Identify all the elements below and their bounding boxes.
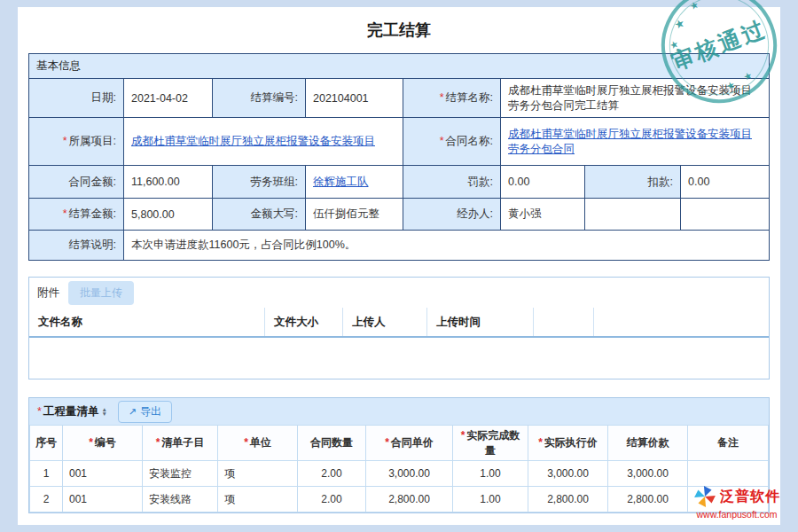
attachments-table-header: 文件名称 文件大小 上传人 上传时间: [29, 308, 769, 338]
labor-team-label: 劳务班组:: [213, 166, 306, 199]
deduction-value: 0.00: [681, 166, 770, 199]
settlement-name-value: 成都杜甫草堂临时展厅独立展柜报警设备安装项目劳务分包合同完工结算: [501, 79, 770, 118]
column-header-code: *编号: [63, 426, 143, 461]
sort-desc-icon: ▼: [101, 411, 106, 417]
column-header-contract-qty: 合同数量: [298, 426, 366, 461]
cell-actual-price: 2,800.00: [528, 487, 608, 512]
cell-seq: 1: [30, 461, 63, 487]
table-row: *结算金额: 5,800.00 金额大写: 伍仟捌佰元整 经办人: 黄小强: [29, 199, 770, 231]
column-header-unit: *单位: [218, 426, 298, 461]
column-header-file-size: 文件大小: [265, 308, 343, 336]
settlement-note-label: 结算说明:: [29, 231, 124, 261]
boq-row: 1 001 安装监控 项 2.00 3,000.00 1.00 3,000.00…: [30, 461, 769, 487]
column-header-contract-price: *合同单价: [366, 426, 453, 461]
required-marker: *: [440, 91, 444, 104]
labor-team-link[interactable]: 徐辉施工队: [313, 176, 369, 188]
required-marker: *: [461, 429, 466, 442]
cell-code: 001: [63, 461, 143, 487]
required-marker: *: [63, 207, 67, 220]
pinwheel-logo-icon: [693, 485, 716, 508]
settlement-amount-value: 5,800.00: [124, 199, 213, 231]
required-marker: *: [37, 405, 42, 418]
export-icon: ↗: [129, 406, 137, 418]
column-header-uploader: 上传人: [343, 308, 427, 336]
table-row: 合同金额: 11,600.00 劳务班组: 徐辉施工队 罚款: 0.00 扣款:…: [29, 166, 770, 199]
column-header-empty: [594, 308, 769, 336]
table-row: 结算说明: 本次申请进度款11600元，占合同比例100%。: [29, 231, 770, 261]
contract-amount-label: 合同金额:: [29, 166, 124, 199]
cell-code: 001: [63, 487, 143, 512]
boq-section: * 工程量清单 ▲ ▼ ↗ 导出 序号 *编号 *清单子目 *单位: [28, 397, 770, 513]
date-value: 2021-04-02: [124, 79, 213, 118]
boq-header-row: 序号 *编号 *清单子目 *单位 合同数量 *合同单价 *实际完成数量 *实际执…: [30, 426, 769, 461]
cell-item: 安装监控: [143, 461, 218, 487]
required-marker: *: [440, 135, 444, 147]
date-label: 日期:: [29, 79, 124, 118]
export-button[interactable]: ↗ 导出: [118, 401, 172, 423]
vendor-name: 泛普软件: [720, 488, 780, 506]
cell-seq: 2: [30, 487, 63, 512]
table-row: 日期: 2021-04-02 结算编号: 202104001 *结算名称: 成都…: [29, 79, 770, 118]
amount-words-label: 金额大写:: [213, 199, 306, 231]
cell-item: 安装线路: [143, 487, 218, 512]
attachments-section: 附件 批量上传 文件名称 文件大小 上传人 上传时间: [28, 277, 770, 379]
column-header-empty: [534, 308, 594, 336]
column-header-remark: 备注: [688, 426, 769, 461]
contract-link[interactable]: 成都杜甫草堂临时展厅独立展柜报警设备安装项目劳务分包合同: [508, 128, 752, 155]
column-header-actual-qty: *实际完成数量: [453, 426, 528, 461]
cell-unit: 项: [218, 487, 298, 512]
settlement-note-value: 本次申请进度款11600元，占合同比例100%。: [124, 231, 770, 261]
amount-words-value: 伍仟捌佰元整: [306, 199, 403, 231]
basic-info-header: 基本信息: [28, 53, 770, 78]
handler-label: 经办人:: [403, 199, 501, 231]
penalty-label: 罚款:: [403, 166, 501, 199]
required-marker: *: [244, 436, 248, 449]
attachments-empty-area: [29, 338, 769, 379]
batch-upload-button[interactable]: 批量上传: [68, 281, 134, 305]
attachments-toolbar: 附件 批量上传: [29, 278, 769, 308]
boq-table: 序号 *编号 *清单子目 *单位 合同数量 *合同单价 *实际完成数量 *实际执…: [29, 425, 769, 512]
boq-title: 工程量清单: [43, 404, 99, 419]
boq-toolbar: * 工程量清单 ▲ ▼ ↗ 导出: [29, 398, 769, 425]
column-header-item: *清单子目: [143, 426, 218, 461]
deduction-label: 扣款:: [585, 166, 681, 199]
contract-name-label: *合同名称:: [403, 118, 501, 166]
cell-actual-qty: 1.00: [453, 487, 528, 512]
settlement-no-value: 202104001: [306, 79, 403, 118]
cell-contract-price: 3,000.00: [366, 461, 453, 487]
cell-contract-price: 2,800.00: [366, 487, 453, 512]
vendor-url: www.fanpusoft.com: [693, 509, 780, 520]
settlement-name-label: *结算名称:: [403, 79, 501, 118]
settlement-amount-label: *结算金额:: [29, 199, 124, 231]
cell-settle-amount: 2,800.00: [608, 487, 688, 512]
handler-value: 黄小强: [501, 199, 585, 231]
cell-contract-qty: 2.00: [298, 461, 366, 487]
column-header-settle-amount: 结算价款: [608, 426, 688, 461]
cell-actual-price: 3,000.00: [528, 461, 608, 487]
empty-cell: [681, 199, 770, 231]
cell-contract-qty: 2.00: [298, 487, 366, 512]
cell-remark: [688, 461, 769, 487]
sort-icon[interactable]: ▲ ▼: [101, 407, 106, 417]
column-header-actual-price: *实际执行价: [528, 426, 608, 461]
project-value: 成都杜甫草堂临时展厅独立展柜报警设备安装项目: [124, 118, 403, 166]
attachments-title: 附件: [37, 286, 59, 301]
column-header-file-name: 文件名称: [29, 308, 265, 336]
column-header-upload-time: 上传时间: [427, 308, 534, 336]
penalty-value: 0.00: [501, 166, 585, 199]
labor-team-value: 徐辉施工队: [306, 166, 403, 199]
empty-cell: [585, 199, 681, 231]
contract-amount-value: 11,600.00: [124, 166, 213, 199]
main-panel: 完工结算 基本信息 日期: 2021-04-02 结算编号: 202104001…: [18, 7, 780, 525]
required-marker: *: [89, 436, 93, 449]
project-link[interactable]: 成都杜甫草堂临时展厅独立展柜报警设备安装项目: [131, 135, 375, 147]
table-row: *所属项目: 成都杜甫草堂临时展厅独立展柜报警设备安装项目 *合同名称: 成都杜…: [29, 118, 770, 166]
basic-info-table: 日期: 2021-04-02 结算编号: 202104001 *结算名称: 成都…: [28, 78, 770, 261]
cell-settle-amount: 3,000.00: [608, 461, 688, 487]
vendor-watermark: 泛普软件 www.fanpusoft.com: [693, 485, 780, 520]
required-marker: *: [385, 436, 389, 449]
contract-name-value: 成都杜甫草堂临时展厅独立展柜报警设备安装项目劳务分包合同: [501, 118, 770, 166]
required-marker: *: [156, 436, 160, 449]
required-marker: *: [63, 135, 67, 147]
settlement-no-label: 结算编号:: [213, 79, 306, 118]
